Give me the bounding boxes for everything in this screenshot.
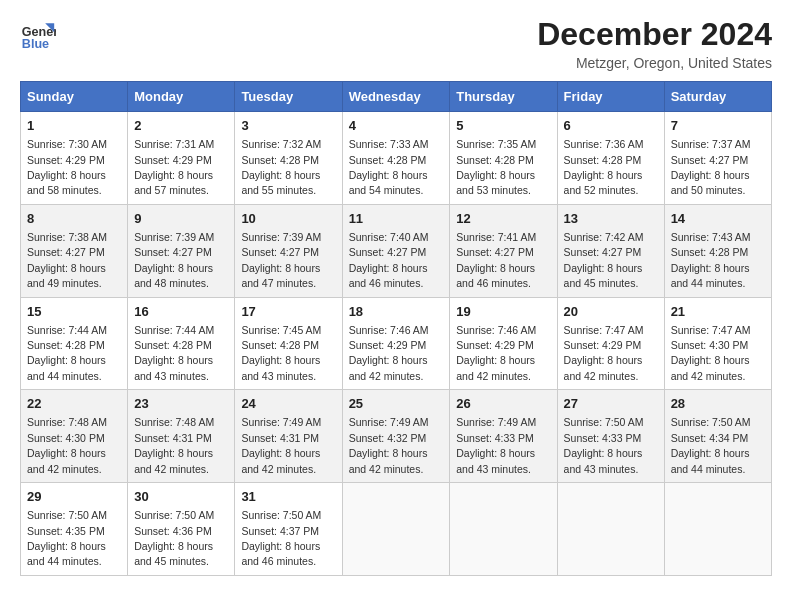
calendar-week-row: 22Sunrise: 7:48 AMSunset: 4:30 PMDayligh… xyxy=(21,390,772,483)
sunset-info: Sunset: 4:30 PM xyxy=(671,339,749,351)
daylight-info: Daylight: 8 hours and 43 minutes. xyxy=(564,447,643,474)
sunrise-info: Sunrise: 7:49 AM xyxy=(456,416,536,428)
sunset-info: Sunset: 4:27 PM xyxy=(241,246,319,258)
day-number: 17 xyxy=(241,303,335,321)
day-number: 27 xyxy=(564,395,658,413)
calendar-cell: 1Sunrise: 7:30 AMSunset: 4:29 PMDaylight… xyxy=(21,112,128,205)
sunset-info: Sunset: 4:28 PM xyxy=(564,154,642,166)
calendar-cell: 10Sunrise: 7:39 AMSunset: 4:27 PMDayligh… xyxy=(235,204,342,297)
sunrise-info: Sunrise: 7:50 AM xyxy=(134,509,214,521)
daylight-info: Daylight: 8 hours and 44 minutes. xyxy=(27,354,106,381)
day-number: 1 xyxy=(27,117,121,135)
sunset-info: Sunset: 4:31 PM xyxy=(134,432,212,444)
sunrise-info: Sunrise: 7:50 AM xyxy=(27,509,107,521)
calendar-cell: 7Sunrise: 7:37 AMSunset: 4:27 PMDaylight… xyxy=(664,112,771,205)
sunset-info: Sunset: 4:28 PM xyxy=(134,339,212,351)
sunrise-info: Sunrise: 7:44 AM xyxy=(27,324,107,336)
day-number: 13 xyxy=(564,210,658,228)
sunset-info: Sunset: 4:27 PM xyxy=(564,246,642,258)
sunset-info: Sunset: 4:27 PM xyxy=(349,246,427,258)
calendar-cell xyxy=(342,483,450,576)
day-number: 7 xyxy=(671,117,765,135)
calendar-cell: 24Sunrise: 7:49 AMSunset: 4:31 PMDayligh… xyxy=(235,390,342,483)
calendar-cell: 2Sunrise: 7:31 AMSunset: 4:29 PMDaylight… xyxy=(128,112,235,205)
sunrise-info: Sunrise: 7:39 AM xyxy=(241,231,321,243)
day-number: 20 xyxy=(564,303,658,321)
sunrise-info: Sunrise: 7:36 AM xyxy=(564,138,644,150)
day-number: 5 xyxy=(456,117,550,135)
title-area: December 2024 Metzger, Oregon, United St… xyxy=(537,16,772,71)
daylight-info: Daylight: 8 hours and 42 minutes. xyxy=(349,447,428,474)
sunrise-info: Sunrise: 7:46 AM xyxy=(456,324,536,336)
sunset-info: Sunset: 4:28 PM xyxy=(27,339,105,351)
sunrise-info: Sunrise: 7:46 AM xyxy=(349,324,429,336)
sunrise-info: Sunrise: 7:41 AM xyxy=(456,231,536,243)
calendar-cell: 21Sunrise: 7:47 AMSunset: 4:30 PMDayligh… xyxy=(664,297,771,390)
daylight-info: Daylight: 8 hours and 44 minutes. xyxy=(671,447,750,474)
day-number: 9 xyxy=(134,210,228,228)
day-of-week-header: Friday xyxy=(557,82,664,112)
day-number: 19 xyxy=(456,303,550,321)
daylight-info: Daylight: 8 hours and 45 minutes. xyxy=(564,262,643,289)
sunset-info: Sunset: 4:31 PM xyxy=(241,432,319,444)
month-title: December 2024 xyxy=(537,16,772,53)
sunrise-info: Sunrise: 7:38 AM xyxy=(27,231,107,243)
day-of-week-header: Saturday xyxy=(664,82,771,112)
logo-icon: General Blue xyxy=(20,16,56,52)
sunset-info: Sunset: 4:30 PM xyxy=(27,432,105,444)
day-number: 11 xyxy=(349,210,444,228)
sunset-info: Sunset: 4:34 PM xyxy=(671,432,749,444)
sunset-info: Sunset: 4:28 PM xyxy=(456,154,534,166)
sunset-info: Sunset: 4:27 PM xyxy=(27,246,105,258)
day-number: 14 xyxy=(671,210,765,228)
day-number: 16 xyxy=(134,303,228,321)
calendar-cell xyxy=(557,483,664,576)
sunrise-info: Sunrise: 7:50 AM xyxy=(241,509,321,521)
sunset-info: Sunset: 4:29 PM xyxy=(27,154,105,166)
daylight-info: Daylight: 8 hours and 43 minutes. xyxy=(134,354,213,381)
calendar-cell: 15Sunrise: 7:44 AMSunset: 4:28 PMDayligh… xyxy=(21,297,128,390)
calendar-cell: 19Sunrise: 7:46 AMSunset: 4:29 PMDayligh… xyxy=(450,297,557,390)
day-number: 28 xyxy=(671,395,765,413)
daylight-info: Daylight: 8 hours and 44 minutes. xyxy=(27,540,106,567)
calendar-cell: 3Sunrise: 7:32 AMSunset: 4:28 PMDaylight… xyxy=(235,112,342,205)
sunrise-info: Sunrise: 7:44 AM xyxy=(134,324,214,336)
calendar-cell: 6Sunrise: 7:36 AMSunset: 4:28 PMDaylight… xyxy=(557,112,664,205)
calendar-table: SundayMondayTuesdayWednesdayThursdayFrid… xyxy=(20,81,772,576)
day-of-week-header: Sunday xyxy=(21,82,128,112)
sunset-info: Sunset: 4:28 PM xyxy=(241,154,319,166)
daylight-info: Daylight: 8 hours and 42 minutes. xyxy=(241,447,320,474)
day-number: 6 xyxy=(564,117,658,135)
calendar-header-row: SundayMondayTuesdayWednesdayThursdayFrid… xyxy=(21,82,772,112)
calendar-cell: 18Sunrise: 7:46 AMSunset: 4:29 PMDayligh… xyxy=(342,297,450,390)
daylight-info: Daylight: 8 hours and 47 minutes. xyxy=(241,262,320,289)
sunset-info: Sunset: 4:28 PM xyxy=(241,339,319,351)
day-number: 29 xyxy=(27,488,121,506)
day-number: 26 xyxy=(456,395,550,413)
sunset-info: Sunset: 4:29 PM xyxy=(349,339,427,351)
calendar-cell: 5Sunrise: 7:35 AMSunset: 4:28 PMDaylight… xyxy=(450,112,557,205)
day-number: 12 xyxy=(456,210,550,228)
calendar-cell: 31Sunrise: 7:50 AMSunset: 4:37 PMDayligh… xyxy=(235,483,342,576)
calendar-cell: 13Sunrise: 7:42 AMSunset: 4:27 PMDayligh… xyxy=(557,204,664,297)
calendar-cell: 29Sunrise: 7:50 AMSunset: 4:35 PMDayligh… xyxy=(21,483,128,576)
sunrise-info: Sunrise: 7:31 AM xyxy=(134,138,214,150)
sunrise-info: Sunrise: 7:47 AM xyxy=(564,324,644,336)
daylight-info: Daylight: 8 hours and 53 minutes. xyxy=(456,169,535,196)
sunrise-info: Sunrise: 7:33 AM xyxy=(349,138,429,150)
sunrise-info: Sunrise: 7:43 AM xyxy=(671,231,751,243)
calendar-cell: 27Sunrise: 7:50 AMSunset: 4:33 PMDayligh… xyxy=(557,390,664,483)
day-number: 3 xyxy=(241,117,335,135)
calendar-week-row: 8Sunrise: 7:38 AMSunset: 4:27 PMDaylight… xyxy=(21,204,772,297)
sunrise-info: Sunrise: 7:49 AM xyxy=(349,416,429,428)
sunset-info: Sunset: 4:33 PM xyxy=(564,432,642,444)
day-of-week-header: Tuesday xyxy=(235,82,342,112)
calendar-cell: 9Sunrise: 7:39 AMSunset: 4:27 PMDaylight… xyxy=(128,204,235,297)
day-number: 8 xyxy=(27,210,121,228)
day-number: 23 xyxy=(134,395,228,413)
calendar-cell: 16Sunrise: 7:44 AMSunset: 4:28 PMDayligh… xyxy=(128,297,235,390)
day-of-week-header: Thursday xyxy=(450,82,557,112)
calendar-week-row: 29Sunrise: 7:50 AMSunset: 4:35 PMDayligh… xyxy=(21,483,772,576)
day-number: 21 xyxy=(671,303,765,321)
calendar-cell: 11Sunrise: 7:40 AMSunset: 4:27 PMDayligh… xyxy=(342,204,450,297)
